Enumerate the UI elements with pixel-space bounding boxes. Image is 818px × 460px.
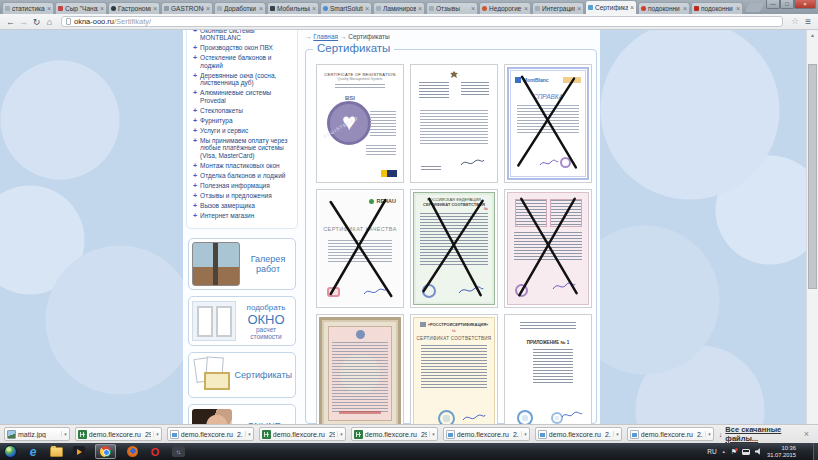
download-menu-caret-icon[interactable]: ▾ bbox=[153, 431, 159, 437]
download-item[interactable]: demo.flexcore.ru_29....csv▾ bbox=[259, 427, 346, 441]
bookmark-star-icon[interactable]: ☆ bbox=[791, 17, 799, 26]
tab-close-icon[interactable]: × bbox=[418, 6, 422, 12]
tab-close-icon[interactable]: × bbox=[206, 6, 210, 12]
tab-mobilnyi[interactable]: Мобильный× bbox=[267, 2, 319, 14]
tab-close-icon[interactable]: × bbox=[524, 6, 528, 12]
tab-close-icon[interactable]: × bbox=[153, 6, 157, 12]
browser-menu-icon[interactable]: ≡ bbox=[805, 17, 811, 27]
certificate-montblanc-crossed[interactable]: MontBlanc СПРАВКА bbox=[504, 64, 592, 183]
download-item[interactable]: demo.flexcore.ru_2...html▾ bbox=[167, 427, 254, 441]
certificate-rehau-crossed[interactable]: REHAU СЕРТИФИКАТ КАЧЕСТВА bbox=[316, 189, 404, 308]
tab-close-icon[interactable]: × bbox=[630, 5, 634, 11]
tab-close-icon[interactable]: × bbox=[365, 6, 369, 12]
sidebar-item-derevyannye[interactable]: +Деревянные окна (сосна, лиственница дуб… bbox=[193, 72, 294, 87]
address-bar[interactable]: okna-ooo.ru/Sertifikaty/ bbox=[61, 16, 783, 27]
network-icon[interactable] bbox=[742, 449, 750, 455]
widget-certificates[interactable]: Сертификаты bbox=[188, 352, 296, 398]
tab-close-icon[interactable]: × bbox=[312, 6, 316, 12]
tab-close-icon[interactable]: × bbox=[259, 6, 263, 12]
home-icon[interactable]: ⌂ bbox=[43, 17, 56, 27]
download-item[interactable]: demo.flexcore.ru_29....csv▾ bbox=[75, 427, 162, 441]
hidden-icons-arrow-icon[interactable]: ▲ bbox=[722, 449, 726, 454]
certificate-state-letter[interactable] bbox=[410, 64, 498, 183]
download-menu-caret-icon[interactable]: ▾ bbox=[61, 431, 67, 437]
sidebar-item-montazh[interactable]: +Монтаж пластиковых окон bbox=[193, 162, 294, 170]
download-item[interactable]: matiz.jpg▾ bbox=[4, 427, 70, 441]
certificate-pink-crossed[interactable] bbox=[504, 189, 592, 308]
download-menu-caret-icon[interactable]: ▾ bbox=[245, 431, 251, 437]
certificate-bsi[interactable]: CERTIFICATE OF REGISTRATION Quality Mana… bbox=[316, 64, 404, 183]
sidebar-item-oplata[interactable]: +Мы принимаем оплату через любые платёжн… bbox=[193, 137, 294, 160]
tab-sertifikaty-active[interactable]: Сертификат× bbox=[585, 0, 637, 14]
tab-syr-chanah[interactable]: Сыр "Чанах"× bbox=[55, 2, 107, 14]
show-desktop-button[interactable] bbox=[813, 443, 818, 460]
back-icon[interactable]: ← bbox=[4, 17, 17, 27]
download-menu-caret-icon[interactable]: ▾ bbox=[705, 431, 711, 437]
tab-otzyvy[interactable]: Отзывы× bbox=[426, 2, 478, 14]
certificate-prilozhenie[interactable]: ПРИЛОЖЕНИЕ № 1 bbox=[504, 314, 592, 424]
sidebar-item-pvh[interactable]: +Производство окон ПВХ bbox=[193, 44, 294, 52]
sidebar-item-steklopakety[interactable]: +Стеклопакеты bbox=[193, 107, 294, 115]
breadcrumb-home-link[interactable]: Главная bbox=[313, 33, 338, 40]
scroll-up-icon[interactable]: ▲ bbox=[807, 30, 818, 38]
download-menu-caret-icon[interactable]: ▾ bbox=[521, 431, 527, 437]
firefox-icon[interactable] bbox=[125, 445, 139, 459]
sidebar-item-furnitura[interactable]: +Фурнитура bbox=[193, 117, 294, 125]
tab-gastronom[interactable]: GASTRONOM× bbox=[161, 2, 213, 14]
sidebar-item-otzyvy[interactable]: +Отзывы и предложения bbox=[193, 192, 294, 200]
show-all-downloads-link[interactable]: ↓ Все скачанные файлы... bbox=[719, 425, 791, 443]
reload-icon[interactable]: ↻ bbox=[30, 17, 43, 27]
tab-close-icon[interactable]: × bbox=[577, 6, 581, 12]
file-explorer-icon[interactable] bbox=[49, 445, 63, 459]
sidebar-item-vyzov[interactable]: +Вызов замерщика bbox=[193, 202, 294, 210]
sidebar-item-osteklenie[interactable]: +Остекление балконов и лоджий bbox=[193, 54, 294, 69]
sidebar-item-otdelka[interactable]: +Отделка балконов и лоджий bbox=[193, 172, 294, 180]
certificate-rosstroy[interactable]: «РОССТРОЙСЕРТИФИКАЦИЯ» № СЕРТИФИКАТ СООТ… bbox=[410, 314, 498, 424]
download-item[interactable]: demo.flexcore.ru_2...html▾ bbox=[535, 427, 622, 441]
tab-close-icon[interactable]: × bbox=[471, 6, 475, 12]
widget-online-consultant[interactable]: ONLINE bbox=[188, 404, 296, 424]
widget-window-calculator[interactable]: подобрать ОКНО расчет стоимости bbox=[188, 296, 296, 346]
sidebar-item-uslugi[interactable]: +Услуги и сервис bbox=[193, 127, 294, 135]
widget-gallery[interactable]: Галереяработ bbox=[188, 238, 296, 290]
tab-dorabotki[interactable]: Доработки× bbox=[214, 2, 266, 14]
maximize-button[interactable]: □ bbox=[780, 0, 794, 9]
forward-icon[interactable]: → bbox=[17, 17, 30, 27]
opera-icon[interactable]: O bbox=[148, 445, 162, 459]
certificate-green-crossed[interactable]: РОССИЙСКАЯ ФЕДЕРАЦИЯ СЕРТИФИКАТ СООТВЕТС… bbox=[410, 189, 498, 308]
page-scrollbar[interactable]: ▲ bbox=[806, 30, 818, 424]
tab-nedorogie[interactable]: Недорогие× bbox=[479, 2, 531, 14]
download-menu-caret-icon[interactable]: ▾ bbox=[613, 431, 619, 437]
tab-statistika[interactable]: статистика× bbox=[2, 2, 54, 14]
new-tab-button[interactable] bbox=[745, 3, 764, 12]
download-item[interactable]: demo.flexcore.ru_2...html▾ bbox=[627, 427, 714, 441]
tab-close-icon[interactable]: × bbox=[736, 6, 740, 12]
minimize-button[interactable]: — bbox=[766, 0, 780, 9]
sidebar-item-montblanc[interactable]: +Оконные системы MONTBLANC bbox=[193, 30, 294, 42]
download-manager-icon[interactable]: ↑↓ bbox=[171, 445, 185, 459]
download-item[interactable]: demo.flexcore.ru_2...html▾ bbox=[443, 427, 530, 441]
certificate-ornate-sanitary[interactable] bbox=[316, 314, 404, 424]
tab-podokonniki-1[interactable]: подоконни× bbox=[638, 2, 690, 14]
download-item[interactable]: demo.flexcore.ru_29....csv▾ bbox=[351, 427, 438, 441]
taskbar-clock[interactable]: 10:36 31.07.2015 bbox=[767, 445, 796, 458]
media-player-icon[interactable] bbox=[72, 445, 86, 459]
sidebar-item-magazin[interactable]: +Интернет магазин bbox=[193, 212, 294, 220]
close-downloads-bar-icon[interactable]: × bbox=[804, 430, 809, 439]
download-menu-caret-icon[interactable]: ▾ bbox=[337, 431, 343, 437]
close-button[interactable]: × bbox=[794, 0, 816, 9]
tab-laminirov[interactable]: Ламиниров× bbox=[373, 2, 425, 14]
language-indicator[interactable]: RU bbox=[707, 448, 716, 455]
tab-close-icon[interactable]: × bbox=[47, 6, 51, 12]
internet-explorer-icon[interactable]: e bbox=[26, 445, 40, 459]
download-menu-caret-icon[interactable]: ▾ bbox=[429, 431, 435, 437]
chrome-taskbar-active[interactable] bbox=[95, 444, 116, 459]
tab-close-icon[interactable]: × bbox=[683, 6, 687, 12]
sidebar-item-poleznaya[interactable]: +Полезная информация bbox=[193, 182, 294, 190]
action-center-flag-icon[interactable]: ⚑ bbox=[731, 448, 737, 455]
tab-gastronomi[interactable]: Гастрономи× bbox=[108, 2, 160, 14]
scrollbar-thumb[interactable] bbox=[808, 64, 817, 289]
tab-podokonniki-2[interactable]: подоконни× bbox=[691, 2, 743, 14]
tab-integraciya[interactable]: Интеграция× bbox=[532, 2, 584, 14]
tab-close-icon[interactable]: × bbox=[100, 6, 104, 12]
